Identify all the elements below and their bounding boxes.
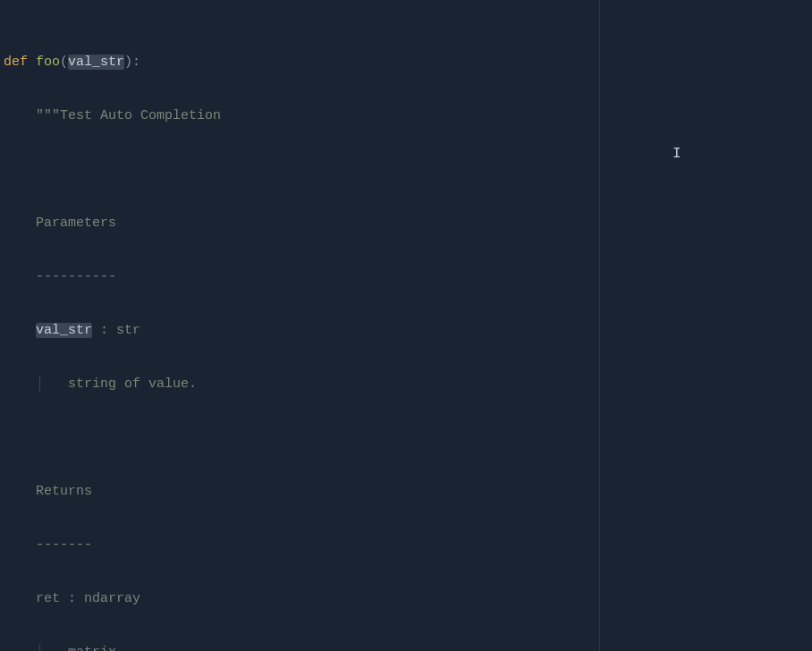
code-line[interactable] [0, 429, 812, 447]
space [44, 645, 68, 651]
docstring-param-desc: string of value. [68, 376, 197, 392]
indent-guide: │ [36, 645, 44, 651]
docstring-return-desc: matrix [68, 645, 116, 651]
docstring-dash: ---------- [36, 269, 116, 284]
docstring-param-name: val_str [36, 323, 92, 338]
function-name: foo [36, 55, 60, 70]
indent [4, 269, 36, 284]
indent [4, 591, 36, 606]
ruler-line [599, 0, 600, 651]
code-line[interactable]: """Test Auto Completion [0, 107, 812, 125]
code-line[interactable]: │ matrix [0, 644, 812, 651]
paren-open: ( [60, 55, 68, 70]
space [28, 55, 36, 70]
code-line[interactable]: Returns [0, 483, 812, 501]
indent [4, 108, 36, 123]
code-line[interactable]: def foo(val_str): [0, 54, 812, 72]
paren-close: ): [124, 55, 140, 70]
indent [4, 216, 36, 231]
docstring-title: Test Auto Completion [60, 108, 221, 123]
code-line[interactable]: Parameters [0, 215, 812, 232]
code-line[interactable]: │ string of value. [0, 376, 812, 393]
code-line[interactable]: ---------- [0, 268, 812, 286]
docstring-params-header: Parameters [36, 216, 116, 231]
indent [4, 376, 36, 392]
code-line[interactable]: ret : ndarray [0, 590, 812, 608]
docstring-param-type: : str [92, 323, 140, 338]
space [44, 376, 68, 392]
indent [4, 484, 36, 499]
code-editor[interactable]: def foo(val_str): """Test Auto Completio… [0, 0, 812, 651]
docstring-return-name: ret : ndarray [36, 591, 140, 606]
indent-guide: │ [36, 376, 44, 392]
keyword-def: def [4, 55, 28, 70]
parameter-name: val_str [68, 55, 124, 70]
indent [4, 323, 36, 338]
docstring-dash: ------- [36, 537, 92, 553]
indent [4, 537, 36, 553]
indent [4, 645, 36, 651]
code-line[interactable] [0, 161, 812, 179]
docstring-returns-header: Returns [36, 484, 92, 499]
code-line[interactable]: val_str : str [0, 322, 812, 340]
code-line[interactable]: ------- [0, 537, 812, 554]
docstring-open: """ [36, 108, 60, 123]
